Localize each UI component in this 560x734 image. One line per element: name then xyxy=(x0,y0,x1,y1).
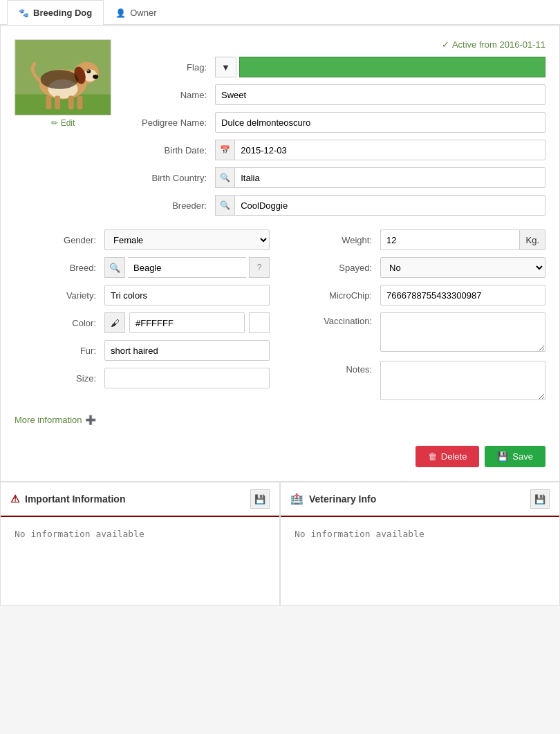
variety-control xyxy=(104,285,270,305)
weight-label: Weight: xyxy=(290,235,380,245)
birthcountry-control: 🔍 xyxy=(215,167,545,188)
color-row: Color: 🖌 xyxy=(15,312,270,333)
vaccination-control xyxy=(380,312,545,354)
svg-point-14 xyxy=(41,70,79,88)
breed-search-button[interactable]: 🔍 xyxy=(104,257,125,278)
important-panel-title: ⚠ Important Information xyxy=(10,493,125,505)
veterinary-textarea[interactable] xyxy=(289,525,551,594)
breeder-search-icon[interactable]: 🔍 xyxy=(215,195,234,216)
vaccination-label: Vaccination: xyxy=(290,312,380,326)
weight-input[interactable] xyxy=(380,229,519,250)
action-buttons: 🗑 Delete 💾 Save xyxy=(15,439,545,467)
veterinary-panel-title: 🏥 Veterinary Info xyxy=(290,493,376,505)
color-picker-button[interactable]: 🖌 xyxy=(104,312,125,333)
dog-photo-section: ✏ Edit xyxy=(15,39,111,128)
weight-control: Kg. xyxy=(380,229,545,250)
check-icon: ✓ xyxy=(442,39,449,50)
spayed-control: No Yes xyxy=(380,257,545,278)
name-input[interactable] xyxy=(215,84,545,105)
tab-breeding-dog-label: Breeding Dog xyxy=(33,8,92,18)
calendar-icon[interactable]: 📅 xyxy=(215,140,234,160)
breed-help-button[interactable]: ? xyxy=(249,257,270,278)
birthcountry-input[interactable] xyxy=(234,167,545,188)
spayed-label: Spayed: xyxy=(290,263,380,273)
gender-select[interactable]: Female Male xyxy=(104,229,270,250)
weight-row: Weight: Kg. xyxy=(290,229,545,250)
microchip-control xyxy=(380,285,545,305)
more-info-icon: ➕ xyxy=(85,415,96,425)
variety-row: Variety: xyxy=(15,285,270,305)
veterinary-panel-body xyxy=(281,517,559,605)
birthcountry-row: Birth Country: 🔍 xyxy=(125,167,545,188)
color-swatch xyxy=(249,312,270,333)
birthdate-field: 📅 xyxy=(215,140,545,160)
size-label: Size: xyxy=(15,373,104,384)
pedigree-row: Pedigree Name: xyxy=(125,112,545,133)
svg-rect-11 xyxy=(55,96,60,110)
weight-unit: Kg. xyxy=(519,229,545,250)
pedigree-label: Pedigree Name: xyxy=(125,117,215,128)
notes-row: Notes: xyxy=(290,361,545,402)
microchip-label: MicroChip: xyxy=(290,290,380,301)
tab-owner[interactable]: 👤 Owner xyxy=(104,0,168,25)
important-title-text: Important Information xyxy=(25,493,125,505)
size-input[interactable] xyxy=(104,368,270,388)
save-button[interactable]: 💾 Save xyxy=(485,446,545,467)
flag-label: Flag: xyxy=(125,62,215,73)
notes-control xyxy=(380,361,545,402)
delete-button[interactable]: 🗑 Delete xyxy=(416,446,480,467)
name-control xyxy=(215,84,545,105)
flag-dropdown[interactable]: ▼ xyxy=(215,57,236,77)
spayed-select[interactable]: No Yes xyxy=(380,257,545,278)
search-icon[interactable]: 🔍 xyxy=(215,167,234,188)
col-left: Gender: Female Male Breed: 🔍 ? xyxy=(15,229,270,409)
vaccination-textarea[interactable] xyxy=(380,312,545,352)
edit-link[interactable]: ✏ Edit xyxy=(51,118,75,128)
name-label: Name: xyxy=(125,90,215,100)
important-textarea[interactable] xyxy=(9,525,271,594)
important-info-panel: ⚠ Important Information 💾 xyxy=(0,482,280,605)
veterinary-title-text: Veterinary Info xyxy=(309,493,376,505)
microchip-row: MicroChip: xyxy=(290,285,545,305)
breeder-control: 🔍 xyxy=(215,195,545,216)
breed-input[interactable] xyxy=(128,257,246,278)
svg-point-7 xyxy=(87,70,88,71)
microchip-input[interactable] xyxy=(380,285,545,305)
breeder-label: Breeder: xyxy=(125,200,215,211)
gender-row: Gender: Female Male xyxy=(15,229,270,250)
bottom-panels: ⚠ Important Information 💾 🏥 Veterinary I… xyxy=(0,482,560,605)
top-row: ✏ Edit ✓ Active from 2016-01-11 Flag: ▼ xyxy=(15,39,545,223)
important-action-button[interactable]: 💾 xyxy=(250,489,270,509)
birthcountry-field: 🔍 xyxy=(215,167,545,188)
dog-photo xyxy=(15,39,111,115)
veterinary-action-button[interactable]: 💾 xyxy=(530,489,550,509)
flag-row: Flag: ▼ xyxy=(125,57,545,77)
variety-input[interactable] xyxy=(104,285,270,305)
status-label: Active from 2016-01-11 xyxy=(452,39,545,50)
pedigree-input[interactable] xyxy=(215,112,545,133)
medical-icon: 🏥 xyxy=(290,493,304,505)
breeder-input[interactable] xyxy=(234,195,545,216)
birthdate-row: Birth Date: 📅 xyxy=(125,140,545,160)
more-info-link[interactable]: More information ➕ xyxy=(15,415,545,425)
svg-point-6 xyxy=(86,69,91,73)
color-hex-input[interactable] xyxy=(129,312,245,333)
svg-rect-10 xyxy=(46,96,51,110)
fur-input[interactable] xyxy=(104,340,270,361)
trash-icon: 🗑 xyxy=(428,451,437,462)
birthdate-label: Birth Date: xyxy=(125,145,215,156)
color-label: Color: xyxy=(15,318,104,328)
tab-bar: 🐾 Breeding Dog 👤 Owner xyxy=(0,0,560,25)
breed-row: Breed: 🔍 ? xyxy=(15,257,270,278)
notes-textarea[interactable] xyxy=(380,361,545,400)
veterinary-info-panel: 🏥 Veterinary Info 💾 xyxy=(280,482,560,605)
save-icon: 💾 xyxy=(497,451,508,462)
variety-label: Variety: xyxy=(15,290,104,301)
birthdate-input[interactable] xyxy=(234,140,545,160)
tab-breeding-dog[interactable]: 🐾 Breeding Dog xyxy=(7,0,104,25)
notes-label: Notes: xyxy=(290,361,380,375)
main-panel: ✏ Edit ✓ Active from 2016-01-11 Flag: ▼ xyxy=(0,25,560,482)
flag-control: ▼ xyxy=(215,57,545,77)
active-status: ✓ Active from 2016-01-11 xyxy=(125,39,545,50)
color-control: 🖌 xyxy=(104,312,270,333)
